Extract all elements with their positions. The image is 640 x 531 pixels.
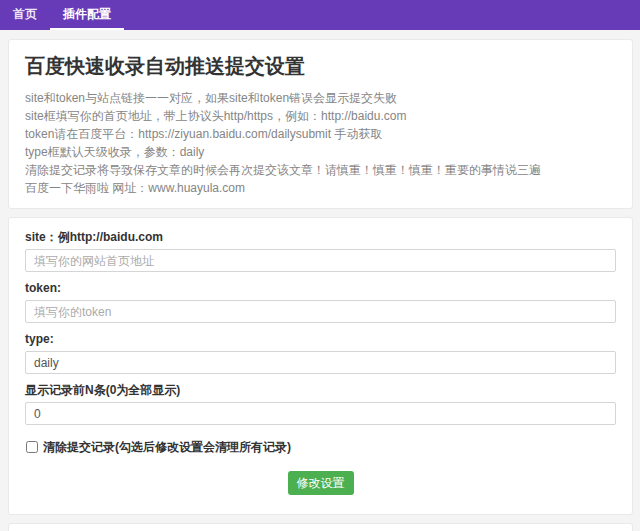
token-input[interactable] xyxy=(25,300,616,323)
top-nav-bar: 首页 插件配置 xyxy=(0,0,640,30)
intro-line-4: type框默认天级收录，参数：daily xyxy=(25,143,616,161)
clear-records-label: 清除提交记录(勾选后修改设置会清理所有记录) xyxy=(43,440,291,454)
records-table-card: 提交网址 提交状态 提交时间 错误原因 xyxy=(8,523,633,531)
type-input[interactable] xyxy=(25,351,616,374)
save-settings-button[interactable]: 修改设置 xyxy=(288,471,354,495)
tab-home[interactable]: 首页 xyxy=(0,0,50,30)
limit-field-group: 显示记录前N条(0为全部显示) xyxy=(25,384,616,425)
site-field-label: site：例http://baidu.com xyxy=(25,231,616,244)
submit-button-wrap: 修改设置 xyxy=(25,471,616,495)
intro-card: 百度快速收录自动推送提交设置 site和token与站点链接一一对应，如果sit… xyxy=(8,39,633,209)
token-field-label: token: xyxy=(25,282,616,295)
limit-field-label: 显示记录前N条(0为全部显示) xyxy=(25,384,616,397)
tab-plugin-config[interactable]: 插件配置 xyxy=(50,0,124,30)
intro-line-5: 清除提交记录将导致保存文章的时候会再次提交该文章！请慎重！慎重！慎重！重要的事情… xyxy=(25,161,616,179)
page-title: 百度快速收录自动推送提交设置 xyxy=(25,53,616,79)
intro-line-2: site框填写你的首页地址，带上协议头http/https，例如：http://… xyxy=(25,107,616,125)
clear-records-checkbox[interactable] xyxy=(26,441,38,453)
intro-line-6: 百度一下华雨啦 网址：www.huayula.com xyxy=(25,179,616,197)
settings-form-card: site：例http://baidu.com token: type: 显示记录… xyxy=(8,217,633,515)
intro-line-3: token请在百度平台：https://ziyuan.baidu.com/dai… xyxy=(25,125,616,143)
limit-input[interactable] xyxy=(25,402,616,425)
site-field-group: site：例http://baidu.com xyxy=(25,231,616,272)
type-field-group: type: xyxy=(25,333,616,374)
intro-line-1: site和token与站点链接一一对应，如果site和token错误会显示提交失… xyxy=(25,89,616,107)
site-input[interactable] xyxy=(25,249,616,272)
token-field-group: token: xyxy=(25,282,616,323)
page-body: 百度快速收录自动推送提交设置 site和token与站点链接一一对应，如果sit… xyxy=(0,30,640,531)
type-field-label: type: xyxy=(25,333,616,346)
clear-records-row: 清除提交记录(勾选后修改设置会清理所有记录) xyxy=(25,440,616,454)
